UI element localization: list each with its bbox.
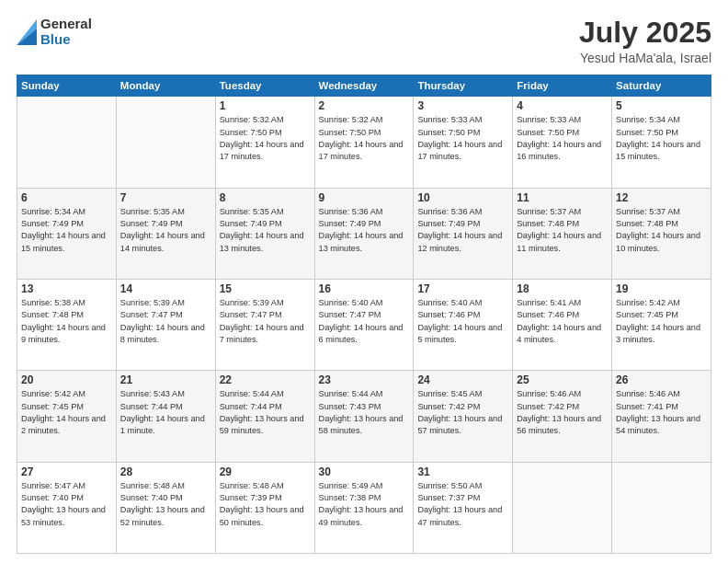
calendar-cell: 1Sunrise: 5:32 AMSunset: 7:50 PMDaylight… bbox=[215, 97, 314, 188]
calendar-cell: 25Sunrise: 5:46 AMSunset: 7:42 PMDayligh… bbox=[513, 371, 612, 462]
day-info: Sunrise: 5:49 AMSunset: 7:38 PMDaylight:… bbox=[319, 480, 410, 529]
calendar-cell: 9Sunrise: 5:36 AMSunset: 7:49 PMDaylight… bbox=[314, 188, 414, 279]
calendar-cell: 28Sunrise: 5:48 AMSunset: 7:40 PMDayligh… bbox=[116, 462, 215, 553]
calendar-week-row: 6Sunrise: 5:34 AMSunset: 7:49 PMDaylight… bbox=[17, 188, 711, 279]
weekday-header: Wednesday bbox=[314, 75, 414, 97]
calendar-week-row: 20Sunrise: 5:42 AMSunset: 7:45 PMDayligh… bbox=[17, 371, 711, 462]
calendar-cell: 29Sunrise: 5:48 AMSunset: 7:39 PMDayligh… bbox=[215, 462, 314, 553]
day-info: Sunrise: 5:48 AMSunset: 7:40 PMDaylight:… bbox=[120, 480, 211, 529]
calendar-cell: 6Sunrise: 5:34 AMSunset: 7:49 PMDaylight… bbox=[17, 188, 117, 279]
day-number: 23 bbox=[319, 373, 410, 386]
calendar-week-row: 27Sunrise: 5:47 AMSunset: 7:40 PMDayligh… bbox=[17, 462, 711, 553]
day-info: Sunrise: 5:34 AMSunset: 7:50 PMDaylight:… bbox=[616, 114, 707, 163]
weekday-header: Friday bbox=[513, 75, 612, 97]
day-number: 7 bbox=[120, 191, 211, 204]
day-info: Sunrise: 5:45 AMSunset: 7:42 PMDaylight:… bbox=[417, 388, 508, 437]
calendar-cell: 19Sunrise: 5:42 AMSunset: 7:45 PMDayligh… bbox=[612, 279, 711, 370]
day-number: 19 bbox=[616, 282, 707, 295]
day-number: 29 bbox=[220, 465, 311, 478]
day-info: Sunrise: 5:46 AMSunset: 7:42 PMDaylight:… bbox=[517, 388, 608, 437]
page: General Blue July 2025 Yesud HaMa'ala, I… bbox=[0, 0, 728, 563]
day-number: 25 bbox=[517, 373, 608, 386]
calendar-cell: 12Sunrise: 5:37 AMSunset: 7:48 PMDayligh… bbox=[612, 188, 711, 279]
calendar-cell: 7Sunrise: 5:35 AMSunset: 7:49 PMDaylight… bbox=[116, 188, 215, 279]
day-info: Sunrise: 5:36 AMSunset: 7:49 PMDaylight:… bbox=[417, 206, 508, 255]
calendar-cell: 30Sunrise: 5:49 AMSunset: 7:38 PMDayligh… bbox=[314, 462, 414, 553]
day-number: 4 bbox=[517, 99, 608, 112]
calendar-cell: 15Sunrise: 5:39 AMSunset: 7:47 PMDayligh… bbox=[215, 279, 314, 370]
day-number: 28 bbox=[120, 465, 211, 478]
calendar-cell: 31Sunrise: 5:50 AMSunset: 7:37 PMDayligh… bbox=[414, 462, 513, 553]
day-number: 10 bbox=[417, 191, 508, 204]
day-number: 24 bbox=[417, 373, 508, 386]
day-info: Sunrise: 5:41 AMSunset: 7:46 PMDaylight:… bbox=[517, 297, 608, 346]
day-info: Sunrise: 5:32 AMSunset: 7:50 PMDaylight:… bbox=[319, 114, 410, 163]
calendar-cell: 27Sunrise: 5:47 AMSunset: 7:40 PMDayligh… bbox=[17, 462, 117, 553]
calendar-cell: 20Sunrise: 5:42 AMSunset: 7:45 PMDayligh… bbox=[17, 371, 117, 462]
logo-text: General Blue bbox=[40, 17, 92, 47]
day-number: 31 bbox=[417, 465, 508, 478]
weekday-header: Sunday bbox=[17, 75, 117, 97]
day-info: Sunrise: 5:33 AMSunset: 7:50 PMDaylight:… bbox=[517, 114, 608, 163]
day-number: 17 bbox=[417, 282, 508, 295]
calendar-cell: 2Sunrise: 5:32 AMSunset: 7:50 PMDaylight… bbox=[314, 97, 414, 188]
day-info: Sunrise: 5:44 AMSunset: 7:43 PMDaylight:… bbox=[319, 388, 410, 437]
day-number: 26 bbox=[616, 373, 707, 386]
calendar-cell bbox=[612, 462, 711, 553]
calendar-week-row: 13Sunrise: 5:38 AMSunset: 7:48 PMDayligh… bbox=[17, 279, 711, 370]
day-info: Sunrise: 5:46 AMSunset: 7:41 PMDaylight:… bbox=[616, 388, 707, 437]
title-month: July 2025 bbox=[579, 17, 711, 49]
title-block: July 2025 Yesud HaMa'ala, Israel bbox=[579, 17, 711, 65]
weekday-header: Thursday bbox=[414, 75, 513, 97]
weekday-header: Tuesday bbox=[215, 75, 314, 97]
day-number: 14 bbox=[120, 282, 211, 295]
day-info: Sunrise: 5:35 AMSunset: 7:49 PMDaylight:… bbox=[120, 206, 211, 255]
day-number: 18 bbox=[517, 282, 608, 295]
logo-blue-text: Blue bbox=[40, 32, 92, 48]
calendar-cell: 26Sunrise: 5:46 AMSunset: 7:41 PMDayligh… bbox=[612, 371, 711, 462]
day-info: Sunrise: 5:44 AMSunset: 7:44 PMDaylight:… bbox=[220, 388, 311, 437]
day-number: 1 bbox=[220, 99, 311, 112]
day-info: Sunrise: 5:35 AMSunset: 7:49 PMDaylight:… bbox=[220, 206, 311, 255]
weekday-header: Saturday bbox=[612, 75, 711, 97]
day-info: Sunrise: 5:37 AMSunset: 7:48 PMDaylight:… bbox=[517, 206, 608, 255]
day-number: 22 bbox=[220, 373, 311, 386]
calendar-header-row: SundayMondayTuesdayWednesdayThursdayFrid… bbox=[17, 75, 711, 97]
day-info: Sunrise: 5:33 AMSunset: 7:50 PMDaylight:… bbox=[417, 114, 508, 163]
weekday-header: Monday bbox=[116, 75, 215, 97]
day-info: Sunrise: 5:42 AMSunset: 7:45 PMDaylight:… bbox=[616, 297, 707, 346]
calendar-cell: 13Sunrise: 5:38 AMSunset: 7:48 PMDayligh… bbox=[17, 279, 117, 370]
calendar-cell bbox=[17, 97, 117, 188]
day-number: 12 bbox=[616, 191, 707, 204]
day-number: 27 bbox=[21, 465, 112, 478]
day-info: Sunrise: 5:42 AMSunset: 7:45 PMDaylight:… bbox=[21, 388, 112, 437]
logo-icon bbox=[17, 19, 37, 45]
day-info: Sunrise: 5:39 AMSunset: 7:47 PMDaylight:… bbox=[220, 297, 311, 346]
day-info: Sunrise: 5:39 AMSunset: 7:47 PMDaylight:… bbox=[120, 297, 211, 346]
title-location: Yesud HaMa'ala, Israel bbox=[579, 51, 711, 65]
header: General Blue July 2025 Yesud HaMa'ala, I… bbox=[17, 17, 711, 65]
day-info: Sunrise: 5:43 AMSunset: 7:44 PMDaylight:… bbox=[120, 388, 211, 437]
day-info: Sunrise: 5:37 AMSunset: 7:48 PMDaylight:… bbox=[616, 206, 707, 255]
day-number: 30 bbox=[319, 465, 410, 478]
calendar-cell: 23Sunrise: 5:44 AMSunset: 7:43 PMDayligh… bbox=[314, 371, 414, 462]
logo: General Blue bbox=[17, 17, 92, 47]
day-info: Sunrise: 5:40 AMSunset: 7:47 PMDaylight:… bbox=[319, 297, 410, 346]
calendar-cell: 22Sunrise: 5:44 AMSunset: 7:44 PMDayligh… bbox=[215, 371, 314, 462]
day-number: 13 bbox=[21, 282, 112, 295]
day-info: Sunrise: 5:40 AMSunset: 7:46 PMDaylight:… bbox=[417, 297, 508, 346]
calendar-cell: 8Sunrise: 5:35 AMSunset: 7:49 PMDaylight… bbox=[215, 188, 314, 279]
day-number: 6 bbox=[21, 191, 112, 204]
day-number: 16 bbox=[319, 282, 410, 295]
calendar-cell: 4Sunrise: 5:33 AMSunset: 7:50 PMDaylight… bbox=[513, 97, 612, 188]
calendar-cell bbox=[513, 462, 612, 553]
day-number: 3 bbox=[417, 99, 508, 112]
calendar-cell: 17Sunrise: 5:40 AMSunset: 7:46 PMDayligh… bbox=[414, 279, 513, 370]
calendar: SundayMondayTuesdayWednesdayThursdayFrid… bbox=[17, 75, 711, 554]
day-info: Sunrise: 5:38 AMSunset: 7:48 PMDaylight:… bbox=[21, 297, 112, 346]
day-info: Sunrise: 5:47 AMSunset: 7:40 PMDaylight:… bbox=[21, 480, 112, 529]
day-number: 11 bbox=[517, 191, 608, 204]
day-number: 2 bbox=[319, 99, 410, 112]
logo-general-text: General bbox=[40, 17, 92, 32]
day-info: Sunrise: 5:32 AMSunset: 7:50 PMDaylight:… bbox=[220, 114, 311, 163]
